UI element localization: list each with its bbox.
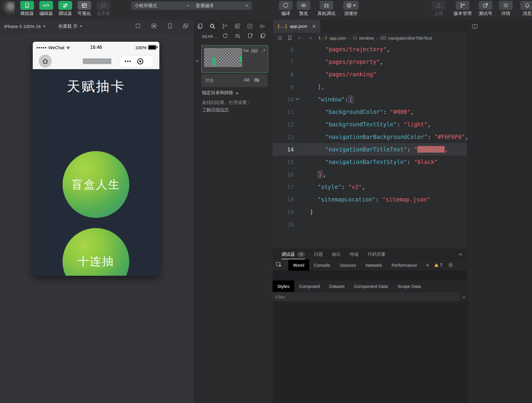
search-input[interactable]: Aa Abl .* [201, 45, 268, 73]
compile-mode-select[interactable]: 普通编译 [192, 1, 252, 10]
search-icon[interactable] [206, 23, 219, 30]
tab-console[interactable]: Console [309, 259, 335, 271]
code-token: "pages/ranking" [325, 71, 377, 78]
device-debug-button[interactable]: 真机调试 [317, 1, 336, 16]
bookmark-icon[interactable] [287, 35, 293, 41]
fold-chevron-icon[interactable] [295, 97, 300, 102]
tab-problems[interactable]: 问题 [314, 252, 323, 257]
debugger-toggle-button[interactable]: 调试器 [56, 1, 74, 19]
refresh-results-icon[interactable] [222, 33, 228, 39]
regex-icon[interactable]: .* [262, 48, 265, 53]
tab-network[interactable]: Network [361, 259, 387, 271]
message-button[interactable]: 消息 [519, 1, 532, 16]
code-line[interactable]: 12"backgroundTextStyle": "light", [273, 118, 467, 131]
code-line[interactable]: 10"window":{ [273, 93, 467, 106]
tab-debugger[interactable]: 调试器7 [281, 252, 305, 257]
tab-scope-data[interactable]: Scope Data [393, 280, 425, 292]
test-account-button[interactable]: 测试号 [477, 1, 494, 16]
compile-button[interactable]: 编译 [278, 1, 294, 16]
code-line[interactable]: 19} [273, 206, 467, 218]
clear-results-icon[interactable] [235, 33, 241, 39]
tab-component-data[interactable]: Component Data [349, 280, 393, 292]
learn-more-link[interactable]: 了解详细信息 [202, 107, 229, 112]
collapse-all-icon[interactable] [260, 33, 266, 39]
tab-performance[interactable]: Performance [387, 259, 422, 271]
split-editor-icon[interactable] [472, 23, 478, 30]
gear-icon[interactable] [448, 262, 454, 268]
preserve-case-icon[interactable]: AB [244, 77, 250, 82]
code-line[interactable]: 6"pages/trajectory", [273, 43, 467, 55]
inspect-element-icon[interactable] [276, 261, 283, 269]
exit-target-icon[interactable] [136, 58, 144, 65]
user-avatar[interactable] [2, 1, 15, 14]
more-tabs-icon[interactable]: » [426, 262, 429, 268]
files-to-include-toggle[interactable]: 指定目录和排除 [202, 90, 239, 96]
tab-wxml[interactable]: Wxml [288, 259, 309, 271]
code-line[interactable]: 20 [273, 218, 467, 231]
breadcrumb-prop[interactable]: navigationBarTitleText [388, 35, 432, 41]
code-line[interactable]: 14"navigationBarTitleText": ", [273, 143, 467, 156]
code-line[interactable]: 15"navigationBarTextStyle": "black" [273, 156, 467, 168]
outline-list-icon[interactable] [277, 35, 283, 41]
tab-code-quality[interactable]: 代码质量 [368, 252, 385, 257]
orb-button-1[interactable]: 盲盒人生 [63, 151, 129, 218]
code-editor[interactable]: 6"pages/trajectory",7"pages/property",8"… [273, 43, 467, 249]
clear-cache-button[interactable]: 清缓存 [342, 1, 360, 16]
hot-reload-select[interactable]: 热重载 开 [58, 20, 83, 33]
editor-toggle-button[interactable]: </> 编辑器 [37, 1, 55, 19]
simulator-toggle-button[interactable]: 模拟器 [18, 1, 36, 19]
back-arrow-icon[interactable] [297, 35, 303, 41]
preview-button[interactable]: 预览 [295, 1, 312, 16]
cloud-dev-button[interactable]: 云开发 [94, 1, 113, 19]
tab-terminal[interactable]: 终端 [350, 252, 359, 257]
multi-device-icon[interactable] [182, 23, 189, 29]
docker-icon[interactable] [256, 23, 269, 30]
match-case-icon[interactable]: Aa [243, 48, 249, 53]
code-line[interactable]: 18"sitemapLocation": "sitemap.json" [273, 193, 467, 206]
code-line[interactable]: 11"backgroundColor": "#000", [273, 106, 467, 118]
extensions-icon[interactable] [231, 23, 244, 30]
code-line[interactable]: 7"pages/property", [273, 55, 467, 68]
mode-select[interactable]: 小程序模式 [131, 1, 194, 10]
details-button[interactable]: 详情 [498, 1, 514, 16]
source-control-icon[interactable] [219, 23, 231, 30]
home-button[interactable] [39, 55, 52, 68]
tab-app-json[interactable]: {..} app.json ✕ [273, 20, 320, 33]
collapse-panel-icon[interactable] [458, 252, 463, 258]
tab-sources[interactable]: Sources [335, 259, 361, 271]
filter-input[interactable]: Filter [273, 292, 460, 301]
package-icon[interactable] [244, 23, 256, 30]
warning-icon [434, 263, 438, 267]
warnings-indicator[interactable]: 7 [434, 263, 442, 267]
upload-button[interactable]: 上传 [431, 1, 446, 16]
tab-styles[interactable]: Styles [273, 280, 294, 292]
more-dots-icon[interactable]: ••• [125, 58, 132, 64]
whole-word-icon[interactable]: Abl [251, 48, 258, 53]
breadcrumb-node[interactable]: window [359, 35, 374, 41]
close-icon[interactable]: ✕ [312, 24, 316, 29]
tab-dataset[interactable]: Dataset [324, 280, 349, 292]
filter-suffix[interactable]: .c [462, 294, 465, 299]
tab-output[interactable]: 输出 [332, 252, 341, 257]
phone-mode-icon[interactable] [167, 23, 173, 29]
capsule-menu[interactable]: ••• [119, 55, 154, 68]
files-icon[interactable] [194, 23, 206, 30]
tab-computed[interactable]: Computed [294, 280, 324, 292]
forward-arrow-icon[interactable] [307, 35, 313, 41]
rotate-icon[interactable] [135, 23, 141, 29]
device-select[interactable]: iPhone 5 100% 16 [4, 20, 46, 33]
record-stop-icon[interactable] [151, 23, 157, 29]
orb-button-2[interactable]: 十连抽 [63, 228, 129, 276]
code-line[interactable]: 17"style": "v2", [273, 181, 467, 193]
code-token: "sitemap.json" [382, 196, 430, 203]
code-line[interactable]: 9], [273, 80, 467, 93]
replace-all-icon[interactable] [254, 77, 260, 83]
version-control-button[interactable]: 版本管理 [451, 1, 474, 16]
toggle-replace-chevron-icon[interactable] [194, 58, 200, 64]
visualization-button[interactable]: 可视化 [75, 1, 94, 19]
open-search-editor-icon[interactable] [247, 33, 253, 39]
breadcrumb-file[interactable]: app.json [329, 35, 346, 41]
code-line[interactable]: 8"pages/ranking" [273, 68, 467, 80]
code-line[interactable]: 16}, [273, 168, 467, 181]
code-line[interactable]: 13"navigationBarBackgroundColor": "#F6F6… [273, 131, 467, 143]
